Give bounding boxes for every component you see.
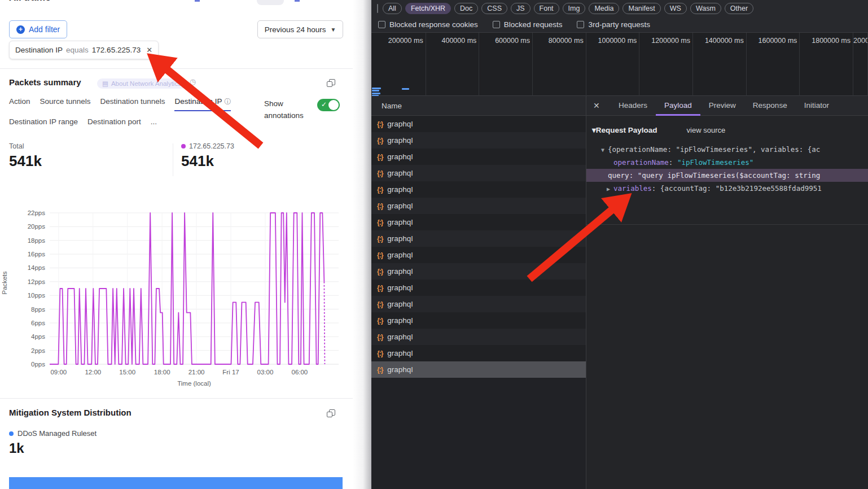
request-row[interactable]: {:}graphql (371, 345, 586, 361)
tab-destination-ip-range[interactable]: Destination IP range (9, 117, 78, 129)
checkbox-icon (378, 21, 385, 28)
payload-colon: : (629, 171, 638, 180)
tab-source-tunnels[interactable]: Source tunnels (40, 97, 91, 111)
add-filter-button[interactable]: + Add filter (9, 20, 67, 38)
request-row[interactable]: {:}graphql (371, 149, 586, 165)
request-row[interactable]: {:}graphql (371, 198, 586, 214)
divider (0, 398, 353, 399)
payload-entry-query[interactable]: query: "query ipFlowTimeseries($accountT… (586, 169, 868, 182)
devtools-network-panel: AllFetch/XHRDocCSSJSFontImgMediaManifest… (371, 0, 868, 489)
request-name: graphql (387, 120, 413, 128)
remove-filter-icon[interactable]: ✕ (146, 46, 152, 54)
json-file-icon: {:} (377, 153, 383, 161)
payload-root-row[interactable]: ▼{operationName: "ipFlowTimeseries", var… (592, 143, 868, 156)
filter-pill-wasm[interactable]: Wasm (690, 3, 721, 14)
about-network-analytics-badge[interactable]: ▤ About Network Analytics (97, 78, 186, 89)
stat-label-text: Total (9, 142, 24, 150)
request-name: graphql (387, 349, 413, 357)
filter-pill-js[interactable]: JS (511, 3, 531, 14)
svg-text:0pps: 0pps (31, 361, 45, 368)
network-options-bar: Blocked response cookiesBlocked requests… (371, 16, 868, 33)
svg-text:18pps: 18pps (28, 237, 46, 244)
waterfall-bar (402, 88, 409, 90)
filter-pill-doc[interactable]: Doc (454, 3, 478, 14)
detail-tab-headers[interactable]: Headers (610, 96, 656, 116)
request-row[interactable]: {:}graphql (371, 296, 586, 312)
svg-text:06:00: 06:00 (291, 369, 308, 376)
request-row[interactable]: {:}graphql (371, 165, 586, 181)
json-file-icon: {:} (377, 202, 383, 210)
request-row[interactable]: {:}graphql (371, 263, 586, 280)
payload-colon: : (652, 184, 660, 193)
filter-pill-css[interactable]: CSS (481, 3, 507, 14)
annotations-toggle[interactable]: ✓ (317, 99, 340, 111)
filter-pill-font[interactable]: Font (534, 3, 559, 14)
checkbox-blocked-response-cookies[interactable]: Blocked response cookies (378, 20, 478, 29)
detail-tab-initiator[interactable]: Initiator (796, 96, 838, 116)
request-row[interactable]: {:}graphql (371, 280, 586, 296)
toggle-knob (328, 100, 339, 110)
filter-pill-manifest[interactable]: Manifest (622, 3, 660, 14)
tab-[interactable]: ... (151, 117, 157, 129)
mitigation-value: 1k (9, 440, 24, 456)
payload-entry-variables[interactable]: ▶variables: {accountTag: "b12e3b2192ee55… (592, 182, 868, 195)
close-icon[interactable]: ✕ (593, 101, 610, 110)
chart-canvas: 0pps2pps4pps6pps8pps10pps12pps14pps16pps… (9, 206, 343, 392)
y-axis-label: Packets (1, 272, 8, 295)
filter-chip[interactable]: Destination IP equals 172.65.225.73 ✕ (9, 41, 159, 59)
request-row[interactable]: {:}graphql (371, 116, 586, 132)
request-row[interactable]: {:}graphql (371, 181, 586, 198)
window-gap (353, 0, 371, 489)
checkbox-label: Blocked response cookies (389, 20, 478, 29)
checkbox-blocked-requests[interactable]: Blocked requests (493, 20, 563, 29)
detail-tab-payload[interactable]: Payload (656, 96, 700, 116)
request-row[interactable]: {:}graphql (371, 329, 586, 345)
plus-icon: + (16, 25, 25, 34)
filter-pill-media[interactable]: Media (589, 3, 619, 14)
expanded-triangle-icon[interactable]: ▼ (601, 147, 604, 153)
expand-card-icon[interactable] (329, 409, 335, 416)
request-payload-title[interactable]: ▾Request Payload (592, 125, 657, 134)
tab-destination-port[interactable]: Destination port (87, 117, 141, 129)
request-row[interactable]: {:}graphql (371, 214, 586, 230)
tab-destination-ip[interactable]: Destination IPⓘ (174, 97, 231, 111)
expand-card-icon[interactable] (329, 79, 335, 85)
detail-tab-preview[interactable]: Preview (700, 96, 744, 116)
request-row[interactable]: {:}graphql (371, 230, 586, 247)
request-row[interactable]: {:}graphql (371, 132, 586, 149)
filter-pill-fetch-xhr[interactable]: Fetch/XHR (405, 3, 451, 14)
clipped-ui-remnant (195, 0, 200, 2)
view-source-link[interactable]: view source (687, 126, 726, 134)
request-name: graphql (387, 152, 413, 161)
request-name: graphql (387, 234, 413, 243)
checkbox-icon (577, 21, 584, 28)
filter-pill-img[interactable]: Img (563, 3, 586, 14)
json-file-icon: {:} (377, 219, 383, 226)
checkbox-icon (493, 21, 500, 28)
request-row[interactable]: {:}graphql (371, 361, 586, 378)
book-icon: ▤ (102, 80, 108, 88)
collapsed-triangle-icon[interactable]: ▶ (607, 186, 610, 192)
request-row[interactable]: {:}graphql (371, 247, 586, 263)
filter-pill-ws[interactable]: WS (664, 3, 687, 14)
payload-key: query (608, 171, 629, 180)
detail-tab-bar: ✕ HeadersPayloadPreviewResponseInitiator (586, 96, 868, 116)
filter-operator: equals (66, 46, 89, 54)
payload-section: ▾Request Payload view source ▼{operation… (586, 117, 868, 195)
filter-pill-all[interactable]: All (383, 3, 402, 14)
tab-action[interactable]: Action (9, 97, 30, 111)
check-icon: ✓ (321, 101, 327, 108)
time-range-dropdown[interactable]: Previous 24 hours ▼ (257, 20, 343, 38)
detail-tab-response[interactable]: Response (744, 96, 796, 116)
divider (586, 224, 868, 225)
tab-destination-tunnels[interactable]: Destination tunnels (100, 97, 165, 111)
stat-label: Total (9, 142, 94, 150)
stat-value: 541k (9, 152, 94, 170)
request-row[interactable]: {:}graphql (371, 312, 586, 329)
checkbox-3rd-party-requests[interactable]: 3rd-party requests (577, 20, 650, 29)
payload-entry-operationname[interactable]: operationName: "ipFlowTimeseries" (592, 156, 868, 169)
payload-value: {accountTag: "b12e3b2192ee5588fdad9951 (660, 184, 822, 193)
name-column-header[interactable]: Name (371, 96, 586, 116)
json-file-icon: {:} (377, 300, 383, 308)
filter-pill-other[interactable]: Other (725, 3, 753, 14)
